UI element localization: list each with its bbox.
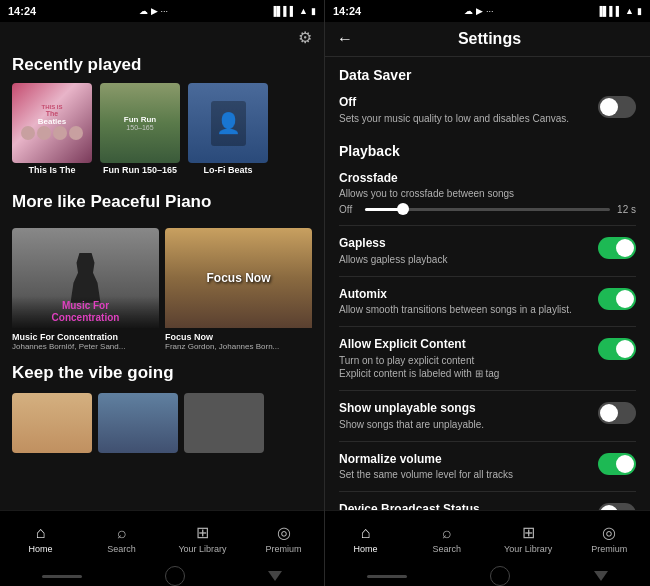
divider-1 — [339, 225, 636, 226]
keep-vibe-title: Keep the vibe going — [12, 359, 312, 387]
battery-icon-right: ▮ — [637, 6, 642, 16]
nav-search-right[interactable]: ⌕ Search — [406, 524, 487, 554]
focus-text: Focus Now — [206, 271, 270, 285]
broadcast-label: Device Broadcast Status — [339, 502, 588, 510]
signal-icon: ▐▌▌▌ — [271, 6, 297, 16]
face4 — [69, 126, 83, 140]
face2 — [37, 126, 51, 140]
wifi-icon: ▲ — [299, 6, 308, 16]
bottom-nav-right: ⌂ Home ⌕ Search ⊞ Your Library ◎ Premium — [325, 510, 650, 566]
vibe-card-1[interactable] — [12, 393, 92, 453]
nav-search-left[interactable]: ⌕ Search — [81, 524, 162, 554]
recently-played-row: THIS IS The Beatles This Is The — [0, 83, 324, 188]
data-saver-toggle[interactable] — [598, 96, 636, 118]
nav-premium-left[interactable]: ◎ Premium — [243, 523, 324, 554]
vibe-row — [12, 393, 312, 453]
funrun-text: Fun Run — [124, 115, 156, 125]
divider-5 — [339, 441, 636, 442]
divider-2 — [339, 276, 636, 277]
data-saver-info: Off Sets your music quality to low and d… — [339, 95, 588, 125]
explicit-toggle[interactable] — [598, 338, 636, 360]
crossfade-desc: Allows you to crossfade between songs — [339, 187, 626, 200]
more-card-focus[interactable]: Focus Now Focus Now Franz Gordon, Johann… — [165, 228, 312, 351]
lofi-figure: 👤 — [211, 101, 246, 146]
album-art-funrun: Fun Run 150–165 — [100, 83, 180, 163]
focus-card-bottom: Focus Now Franz Gordon, Johannes Born... — [165, 328, 312, 351]
premium-icon-left: ◎ — [277, 523, 291, 542]
battery-icon: ▮ — [311, 6, 316, 16]
library-icon-left: ⊞ — [196, 523, 209, 542]
concentration-artist: Johannes Bornlöf, Peter Sand... — [12, 342, 159, 351]
automix-desc: Allow smooth transitions between songs i… — [339, 303, 588, 316]
notification-icon-left: ☁ — [139, 6, 148, 16]
focus-card-name: Focus Now — [165, 332, 312, 342]
concentration-card-title: Music ForConcentration — [18, 300, 153, 324]
crossfade-slider-row: Off 12 s — [325, 202, 650, 223]
right-phone: 14:24 ☁ ▶ ··· ▐▌▌▌ ▲ ▮ ← Settings Data S… — [325, 0, 650, 586]
funrun-sub: 150–165 — [126, 124, 153, 131]
more-icon-right: ··· — [486, 6, 494, 16]
notification-icon-right: ☁ — [464, 6, 473, 16]
lofi-person-icon: 👤 — [216, 111, 241, 135]
play-icon-right: ▶ — [476, 6, 483, 16]
album-card-lofi[interactable]: 👤 Lo-Fi Beats — [188, 83, 268, 176]
divider-3 — [339, 326, 636, 327]
left-header: ⚙ — [0, 22, 324, 51]
search-icon-right: ⌕ — [442, 524, 452, 542]
home-label-right: Home — [354, 544, 378, 554]
vibe-card-3[interactable] — [184, 393, 264, 453]
more-card-concentration[interactable]: Music ForConcentration Music For Concent… — [12, 228, 159, 351]
gapless-toggle[interactable] — [598, 237, 636, 259]
automix-toggle[interactable] — [598, 288, 636, 310]
normalize-info: Normalize volume Set the same volume lev… — [339, 452, 588, 482]
nav-home-right[interactable]: ⌂ Home — [325, 524, 406, 554]
search-label-right: Search — [433, 544, 462, 554]
nav-library-right[interactable]: ⊞ Your Library — [488, 523, 569, 554]
status-bar-right: 14:24 ☁ ▶ ··· ▐▌▌▌ ▲ ▮ — [325, 0, 650, 22]
unplayable-info: Show unplayable songs Show songs that ar… — [339, 401, 588, 431]
broadcast-toggle[interactable] — [598, 503, 636, 510]
home-triangle-right — [594, 571, 608, 581]
beatles-faces — [21, 126, 83, 140]
settings-title: Settings — [361, 30, 618, 48]
automix-toggle-knob — [616, 290, 634, 308]
unplayable-toggle[interactable] — [598, 402, 636, 424]
premium-label-right: Premium — [591, 544, 627, 554]
settings-header: ← Settings — [325, 22, 650, 57]
left-phone: 14:24 ☁ ▶ ··· ▐▌▌▌ ▲ ▮ ⚙ Recently played… — [0, 0, 325, 586]
signal-icon-right: ▐▌▌▌ — [597, 6, 623, 16]
library-icon-right: ⊞ — [522, 523, 535, 542]
data-saver-toggle-knob — [600, 98, 618, 116]
album-card-beatles[interactable]: THIS IS The Beatles This Is The — [12, 83, 92, 176]
nav-home-left[interactable]: ⌂ Home — [0, 524, 81, 554]
explicit-desc: Turn on to play explicit contentExplicit… — [339, 354, 588, 380]
home-icon-right: ⌂ — [361, 524, 371, 542]
recently-played-title: Recently played — [0, 51, 324, 83]
search-label-left: Search — [107, 544, 136, 554]
gapless-toggle-knob — [616, 239, 634, 257]
concentration-img: Music ForConcentration — [12, 228, 159, 328]
normalize-item: Normalize volume Set the same volume lev… — [325, 444, 650, 490]
beatles-the: The — [46, 110, 58, 117]
normalize-desc: Set the same volume level for all tracks — [339, 468, 588, 481]
crossfade-slider-track[interactable] — [365, 208, 610, 211]
data-saver-section-title: Data Saver — [325, 57, 650, 87]
nav-library-left[interactable]: ⊞ Your Library — [162, 523, 243, 554]
funrun-inner: Fun Run 150–165 — [120, 111, 160, 136]
gapless-label: Gapless — [339, 236, 588, 252]
album-card-funrun[interactable]: Fun Run 150–165 Fun Run 150–165 — [100, 83, 180, 176]
automix-info: Automix Allow smooth transitions between… — [339, 287, 588, 317]
vibe-card-2[interactable] — [98, 393, 178, 453]
home-indicator-left — [0, 566, 324, 586]
normalize-toggle[interactable] — [598, 453, 636, 475]
crossfade-item: Crossfade Allows you to crossfade betwee… — [325, 163, 650, 203]
data-saver-desc: Sets your music quality to low and disab… — [339, 112, 588, 125]
nav-premium-right[interactable]: ◎ Premium — [569, 523, 650, 554]
status-center-right: ☁ ▶ ··· — [464, 6, 494, 16]
concentration-card-bottom: Music For Concentration Johannes Bornlöf… — [12, 328, 159, 351]
unplayable-desc: Show songs that are unplayable. — [339, 418, 588, 431]
back-button[interactable]: ← — [337, 30, 353, 48]
normalize-toggle-knob — [616, 455, 634, 473]
settings-gear-icon[interactable]: ⚙ — [298, 28, 312, 47]
funrun-label: Fun Run 150–165 — [103, 165, 177, 176]
